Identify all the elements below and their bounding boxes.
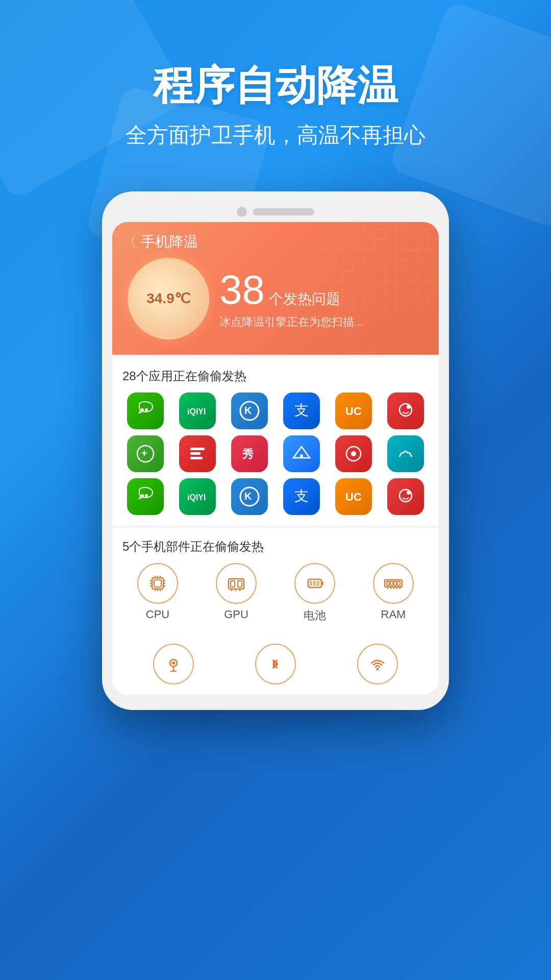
svg-point-27 [407,491,411,495]
app-kugou-2[interactable]: K [231,478,268,515]
app-iqiyi-2[interactable]: iQIYI [179,478,216,515]
phone-container: 〈 手机降温 34.9℃ 38 个发热问题 冰点降温引擎正在为您扫描... [0,181,551,741]
apps-section: 28个应用正在偷偷发热 iQIYI K 支 [112,358,439,525]
temp-display: 34.9℃ [128,258,209,339]
svg-rect-54 [387,581,389,585]
hw-item-gpu: GPU [201,563,271,623]
heat-banner: 〈 手机降温 34.9℃ 38 个发热问题 冰点降温引擎正在为您扫描... [112,222,439,355]
svg-rect-49 [321,582,323,585]
temperature-circle: 34.9℃ [128,258,209,339]
page-title: 程序自动降温 [31,61,520,110]
phone-mockup: 〈 手机降温 34.9℃ 38 个发热问题 冰点降温引擎正在为您扫描... [102,191,449,710]
svg-point-20 [145,494,148,497]
svg-rect-57 [397,581,400,585]
app-game[interactable]: + [127,435,164,472]
heat-count-row: 38 个发热问题 [219,270,423,310]
svg-text:UC: UC [345,405,362,418]
heat-label: 个发热问题 [269,289,340,309]
cpu-icon [137,563,178,604]
svg-point-8 [407,405,411,409]
svg-text:K: K [244,405,252,416]
app-wechat-2[interactable] [127,478,164,515]
svg-text:iQIYI: iQIYI [187,407,206,416]
phone-speaker [253,208,314,215]
page-subtitle: 全方面护卫手机，高温不再担心 [31,120,520,151]
hardware-grid: CPU GPU [122,563,429,623]
gpu-icon [216,563,257,604]
svg-point-18 [351,451,356,456]
battery-label: 电池 [304,608,326,623]
svg-text:支: 支 [294,402,309,418]
svg-point-16 [300,454,303,457]
svg-rect-43 [231,581,235,587]
heat-description: 冰点降温引擎正在为您扫描... [219,314,423,330]
phone-camera [237,207,247,217]
svg-rect-29 [154,580,161,587]
svg-point-64 [172,662,175,665]
svg-rect-52 [317,581,319,586]
app-grid-row1: iQIYI K 支 UC [122,393,429,429]
svg-rect-53 [385,580,402,587]
app-alipay-1[interactable]: 支 [283,393,320,429]
svg-rect-13 [190,457,203,459]
back-arrow[interactable]: 〈 [122,232,137,252]
wifi-icon [357,644,398,684]
app-weibo-1[interactable] [387,393,424,429]
svg-rect-11 [190,448,205,450]
phone-notch [112,207,439,217]
ram-label: RAM [381,608,406,621]
heat-info: 38 个发热问题 冰点降温引擎正在为您扫描... [219,270,423,330]
app-screen: 〈 手机降温 34.9℃ 38 个发热问题 冰点降温引擎正在为您扫描... [112,222,439,695]
apps-section-title: 28个应用正在偷偷发热 [122,368,429,384]
app-iqiyi-1[interactable]: iQIYI [179,393,216,429]
app-grid-row3: iQIYI K 支 UC [122,478,429,515]
app-toutiao[interactable] [179,435,216,472]
bottom-item-wifi [327,644,429,684]
svg-text:秀: 秀 [242,448,254,460]
bottom-item-location [122,644,224,684]
app-weibo-2[interactable] [387,478,424,515]
svg-rect-51 [313,581,316,586]
hw-item-battery: 电池 [280,563,350,623]
app-kugou-1[interactable]: K [231,393,268,429]
app-camel[interactable] [387,435,424,472]
hardware-section-title: 5个手机部件正在偷偷发热 [122,538,429,555]
app-xiuxiu[interactable]: 秀 [231,435,268,472]
battery-icon [294,563,335,604]
svg-rect-44 [238,581,242,587]
cpu-label: CPU [146,608,169,621]
svg-point-65 [377,668,379,670]
app-wechat-1[interactable] [127,393,164,429]
svg-text:UC: UC [345,491,362,503]
location-icon [153,644,194,684]
app-netease[interactable] [335,435,372,472]
app-alipay-2[interactable]: 支 [283,478,320,515]
svg-point-1 [145,408,148,411]
bottom-icons-row [112,633,439,695]
svg-text:支: 支 [294,488,309,504]
hardware-section: 5个手机部件正在偷偷发热 [112,528,439,633]
bluetooth-icon [255,644,296,684]
temperature-value: 34.9℃ [146,290,190,307]
svg-rect-50 [310,581,312,586]
hw-item-cpu: CPU [122,563,193,623]
svg-rect-56 [394,581,396,585]
svg-text:+: + [141,448,147,459]
heat-count: 38 [219,270,265,310]
svg-text:K: K [244,491,252,502]
gpu-label: GPU [224,608,248,621]
app-uc-1[interactable]: UC [335,393,372,429]
app-grid-row2: + 秀 [122,435,429,472]
hw-item-ram: RAM [358,563,429,623]
app-gaode[interactable] [283,435,320,472]
svg-rect-55 [390,581,393,585]
bottom-item-bluetooth [224,644,327,684]
svg-text:iQIYI: iQIYI [187,493,206,502]
ram-icon [373,563,414,604]
app-uc-2[interactable]: UC [335,478,372,515]
header: 程序自动降温 全方面护卫手机，高温不再担心 [0,0,551,181]
svg-rect-12 [190,452,201,455]
